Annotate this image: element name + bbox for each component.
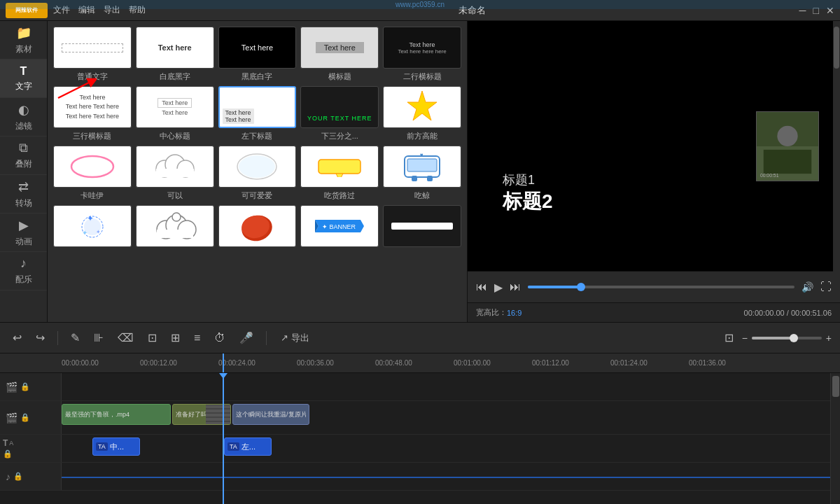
track-content-text: TA 中... TA 左... (62, 435, 840, 462)
template-preview-white-bg: Text here (153, 42, 197, 53)
svg-rect-7 (156, 169, 194, 177)
timeline-area: 00:00:00.00 00:00:12.00 00:00:24.00 00:0… (0, 354, 840, 504)
text-template-red-blob[interactable] (218, 205, 297, 250)
aspect-value: 16:9 (507, 309, 522, 317)
template-label-kawaii: 卡哇伊 (80, 190, 104, 201)
timer-button[interactable]: ⏱ (210, 329, 230, 347)
sidebar-label-music: 配乐 (15, 274, 32, 286)
text-template-ok[interactable]: 可以 (136, 146, 214, 201)
text-template-cloud-white[interactable] (136, 205, 214, 250)
template-preview-twoline-2: Text here here here (398, 48, 446, 55)
menu-file[interactable]: 文件 (53, 4, 70, 16)
whale-preview-svg: ♥ (398, 149, 447, 184)
text-template-white-bar[interactable] (383, 205, 461, 250)
edit-button[interactable]: ✎ (66, 328, 84, 347)
export-label: 导出 (291, 332, 309, 344)
progress-bar[interactable] (528, 286, 794, 288)
text-template-foodie[interactable]: 吃货路过 (300, 146, 379, 201)
maximize-button[interactable]: □ (813, 5, 819, 16)
timeline-right-scrollbar[interactable] (830, 373, 840, 504)
text-clip-1[interactable]: TA 中... (92, 438, 140, 456)
redo-button[interactable]: ↪ (31, 328, 49, 347)
menu-edit[interactable]: 编辑 (78, 4, 95, 16)
text-template-grid: 普通文字 Text here 白底黑字 Text here 黑底白字 Text … (48, 21, 467, 322)
ruler-mark-4: 00:00:48.00 (375, 359, 454, 367)
export-button[interactable]: ↗ 导出 (275, 329, 315, 347)
text-clip-2[interactable]: TA 左... (224, 438, 272, 456)
text-template-kawaii[interactable]: 卡哇伊 (53, 146, 132, 201)
fullscreen-button[interactable]: ⛶ (820, 281, 832, 293)
zoom-out-button[interactable]: − (742, 332, 748, 344)
text-template-cute[interactable]: 可可爱爱 (218, 146, 297, 201)
text-template-sparkle[interactable]: ✦ ✦ ✦ (53, 205, 132, 250)
zoom-in-button[interactable]: + (826, 332, 832, 344)
menu-help[interactable]: 帮助 (129, 4, 146, 16)
volume-button[interactable]: 🔊 (802, 281, 813, 293)
sidebar-label-filter: 滤镜 (15, 120, 32, 132)
sidebar-label-transition: 转场 (15, 197, 32, 209)
text-template-burst[interactable]: 前方高能 (383, 86, 461, 141)
text-template-ribbon-blue[interactable]: ✦ BANNER (300, 205, 379, 250)
rewind-button[interactable]: ⏮ (476, 281, 487, 293)
undo-button[interactable]: ↩ (8, 328, 26, 347)
delete-button[interactable]: ⌫ (113, 328, 138, 347)
cute-preview-svg (232, 149, 281, 184)
track-label-text: A (9, 440, 13, 447)
toolbar-separator-1 (57, 331, 58, 345)
menu-export[interactable]: 导出 (104, 4, 120, 16)
text-input-field[interactable] (62, 43, 123, 52)
track-row-audio: ♪ 🔒 (0, 463, 840, 491)
text-template-white-bg[interactable]: Text here 白底黑字 (136, 27, 214, 82)
sidebar-item-filter[interactable]: ◐ 滤镜 (0, 98, 47, 136)
track-icon-audio: ♪ (6, 471, 10, 482)
minimize-button[interactable]: ─ (799, 5, 806, 16)
ok-preview-svg (150, 149, 200, 184)
text-template-two-line[interactable]: Text here Text here here here 二行横标题 (383, 27, 461, 82)
forward-button[interactable]: ⏭ (510, 281, 521, 293)
template-preview-leftbottom: Text hereText here (223, 108, 254, 124)
text-template-left-bottom[interactable]: Text hereText here 左下标题 (218, 86, 297, 141)
text-template-whale[interactable]: ♥ 吃鲸 (383, 146, 461, 201)
ruler-mark-0: 00:00:00.00 (62, 359, 140, 367)
mic-button[interactable]: 🎤 (235, 328, 258, 347)
zoom-slider[interactable] (752, 337, 822, 340)
text-template-thirds[interactable]: YOUR TEXT HERE 下三分之... (300, 86, 379, 141)
track-lock-4[interactable]: 🔒 (13, 472, 23, 481)
timeline-button[interactable]: ≡ (190, 329, 204, 347)
video-clip-3[interactable]: 这个瞬间让我重温/复原片... (232, 404, 309, 425)
crop-button[interactable]: ⊡ (144, 328, 161, 347)
template-label-left-bottom: 左下标题 (241, 131, 272, 141)
sidebar-item-animation[interactable]: ▶ 动画 (0, 214, 47, 252)
text-template-center[interactable]: Text here Text here 中心标题 (136, 86, 214, 141)
ruler-mark-6: 00:01:12.00 (532, 359, 610, 367)
track-icon-video2: 🎬 (6, 412, 18, 424)
track-content-empty1 (62, 373, 840, 400)
snapshot-button[interactable]: ⊞ (167, 328, 184, 347)
play-button[interactable]: ▶ (494, 281, 503, 294)
text-template-three-line[interactable]: Text hereText here Text hereText here Te… (53, 86, 132, 141)
template-label-banner: 横标题 (328, 71, 351, 82)
track-lock-1[interactable]: 🔒 (20, 382, 30, 391)
fit-screen-button[interactable]: ⊡ (720, 328, 738, 347)
sidebar-item-music[interactable]: ♪ 配乐 (0, 252, 47, 290)
track-lock-2[interactable]: 🔒 (20, 413, 30, 422)
sidebar-item-overlay[interactable]: ⧉ 叠附 (0, 136, 47, 175)
svg-text:✦: ✦ (82, 229, 88, 237)
split-button[interactable]: ⊪ (90, 328, 108, 347)
ta-label-2: TA (227, 442, 239, 451)
overlay-icon: ⧉ (19, 141, 28, 155)
template-label-thirds: 下三分之... (321, 131, 358, 141)
sidebar-item-text[interactable]: T 文字 (0, 59, 47, 98)
text-template-banner[interactable]: Text here 横标题 (300, 27, 379, 82)
text-template-black-bg[interactable]: Text here 黑底白字 (218, 27, 297, 82)
sidebar-item-material[interactable]: 📁 素材 (0, 21, 47, 59)
main-area: 📁 素材 T 文字 ◐ 滤镜 ⧉ 叠附 ⇄ 转场 ▶ 动画 ♪ 配乐 (0, 21, 840, 322)
video-preview: 标题1 标题2 00:00:51 (468, 21, 840, 271)
text-template-plain[interactable]: 普通文字 (53, 27, 132, 82)
video-clip-1[interactable]: 最坚强的下鲁班，.mp4 (62, 404, 171, 425)
svg-rect-15 (427, 176, 433, 181)
close-button[interactable]: ✕ (826, 5, 834, 16)
track-lock-3[interactable]: 🔒 (3, 449, 13, 458)
sidebar-item-transition[interactable]: ⇄ 转场 (0, 175, 47, 214)
video-clip-2[interactable]: 准备好了吗_1.mp4 (172, 404, 231, 425)
